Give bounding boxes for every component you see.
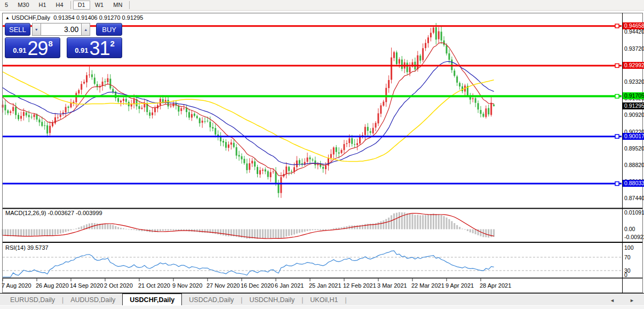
volume-increase-button[interactable]: ▲	[81, 23, 90, 36]
symbol-arrow-icon: ▲	[5, 15, 10, 20]
tab-separator: |	[345, 296, 346, 304]
tab-scroll-left-icon[interactable]: ◄	[610, 298, 615, 303]
price-level-badge[interactable]: 0.91705	[623, 92, 644, 99]
trade-panel-top-row: SELL ▼ 3.00 ▲ BUY	[5, 23, 122, 36]
price-level-badge[interactable]: 0.92992	[623, 62, 644, 69]
price-tick-label: 0.89520	[624, 145, 644, 152]
date-label: 16 Dec 2020	[241, 282, 274, 289]
date-label: 6 Jan 2021	[275, 282, 304, 289]
buy-button[interactable]: BUY	[96, 23, 122, 36]
timeframe-button-5[interactable]: 5	[0, 1, 13, 10]
rsi-layer	[3, 251, 622, 277]
hline-handle[interactable]	[615, 94, 619, 98]
volume-input[interactable]: 3.00	[41, 23, 82, 36]
rsi-axis-label: 0	[624, 272, 627, 278]
tab-audusd[interactable]: AUDUSD,Daily	[63, 295, 122, 305]
tab-usdcad[interactable]: USDCAD,Daily	[182, 295, 241, 305]
rsi-axis-label: 100	[624, 244, 634, 251]
macd-axis-label: 0.00	[624, 226, 635, 232]
rsi-label: RSI(14) 39.5737	[5, 244, 49, 251]
tab-usdcnh[interactable]: USDCNH,Daily	[242, 295, 301, 305]
symbol-tabbar: EURUSD,Daily|AUDUSD,DailyUSDCHF,DailyUSD…	[0, 294, 644, 309]
price-level-badge[interactable]: 0.88033	[623, 180, 644, 187]
buy-price-prefix: 0.91	[75, 46, 88, 54]
rsi-line	[3, 251, 494, 277]
buy-price-box[interactable]: 0.91 31 2	[67, 37, 122, 58]
timeframe-button-h4[interactable]: H4	[51, 1, 68, 10]
sell-price-prefix: 0.91	[13, 46, 26, 54]
date-ticks	[3, 279, 481, 281]
tab-scroll-right-icon[interactable]: ►	[630, 298, 634, 303]
trade-panel: SELL ▼ 3.00 ▲ BUY 0.91 29 8 0.91 31 2	[5, 23, 122, 58]
price-level-badge[interactable]: 0.90017	[623, 133, 644, 140]
trading-terminal: 5M30H1H4D1W1MN ▲USDCHF,Daily 0.91354 0.9…	[0, 0, 644, 309]
ma-25-line	[3, 61, 494, 165]
spin-up-icon: ▲	[84, 28, 88, 31]
hline-handle[interactable]	[615, 134, 619, 138]
date-label: 12 Feb 2021	[343, 282, 376, 289]
chart-title-text: USDCHF,Daily 0.91354 0.91406 0.91270 0.9…	[12, 14, 143, 21]
date-label: 14 Sep 2020	[70, 282, 103, 289]
price-tick-label: 0.90920	[624, 112, 644, 118]
date-label: 25 Jan 2021	[309, 282, 341, 289]
tabbar-scroll-strip	[0, 305, 644, 309]
volume-decrease-button[interactable]: ▼	[32, 23, 41, 36]
date-label: 22 Mar 2021	[411, 282, 444, 289]
price-tick-label: 0.88820	[624, 162, 644, 168]
date-label: 27 Nov 2020	[206, 282, 240, 289]
timeframe-button-w1[interactable]: W1	[90, 1, 109, 10]
price-level-badge[interactable]: 0.91295	[623, 102, 644, 109]
spin-down-icon: ▼	[35, 28, 38, 31]
date-label: 9 Nov 2020	[172, 282, 202, 289]
sell-price-box[interactable]: 0.91 29 8	[5, 37, 60, 58]
hline-handle[interactable]	[615, 182, 619, 186]
macd-axis-label: -0.00922	[624, 234, 644, 240]
buy-price-pip-digit: 2	[110, 39, 115, 48]
timeframe-button-h1[interactable]: H1	[34, 1, 51, 10]
sell-price-big-digits: 29	[27, 41, 47, 57]
price-tick-label: 0.87440	[624, 195, 644, 201]
date-label: 26 Aug 2020	[36, 282, 69, 289]
price-tick-label: 0.93720	[624, 45, 644, 52]
hline-handle[interactable]	[615, 64, 619, 67]
timeframe-button-m30[interactable]: M30	[13, 1, 34, 10]
trade-panel-price-row: 0.91 29 8 0.91 31 2	[5, 37, 122, 58]
timeframe-button-d1[interactable]: D1	[73, 1, 90, 10]
rsi-axis-label: 70	[624, 254, 631, 260]
macd-label: MACD(12,26,9) -0.003627 -0.003999	[5, 210, 102, 216]
date-label: 9 Apr 2021	[446, 282, 474, 289]
price-tick-label: 0.92320	[624, 78, 644, 85]
sell-price-pip-digit: 8	[49, 39, 53, 48]
buy-price-big-digits: 31	[89, 41, 109, 57]
date-label: 28 Apr 2021	[480, 282, 511, 289]
timeframe-button-mn[interactable]: MN	[108, 1, 127, 10]
toolbar-separator	[129, 1, 130, 9]
toolbar-separator	[70, 1, 71, 9]
date-label: 21 Oct 2020	[138, 282, 170, 289]
hline-handle[interactable]	[615, 24, 619, 28]
tab-usdchf[interactable]: USDCHF,Daily	[122, 294, 182, 306]
timeframe-toolbar: 5M30H1H4D1W1MN	[0, 0, 644, 11]
price-level-badge[interactable]: 0.94658	[623, 22, 644, 29]
symbol-tabs: EURUSD,Daily|AUDUSD,DailyUSDCHF,DailyUSD…	[3, 294, 347, 306]
date-label: 7 Aug 2020	[2, 282, 31, 289]
date-label: 3 Mar 2021	[377, 282, 407, 289]
ma-50-line	[3, 72, 494, 162]
macd-axis-label: 0.010913	[624, 209, 644, 216]
date-label: 2 Oct 2020	[104, 282, 133, 289]
chart-title: ▲USDCHF,Daily 0.91354 0.91406 0.91270 0.…	[5, 14, 143, 21]
tab-eurusd[interactable]: EURUSD,Daily	[3, 295, 62, 305]
sell-button[interactable]: SELL	[5, 23, 30, 36]
tab-ukoil[interactable]: UKOil,H1	[303, 295, 345, 305]
